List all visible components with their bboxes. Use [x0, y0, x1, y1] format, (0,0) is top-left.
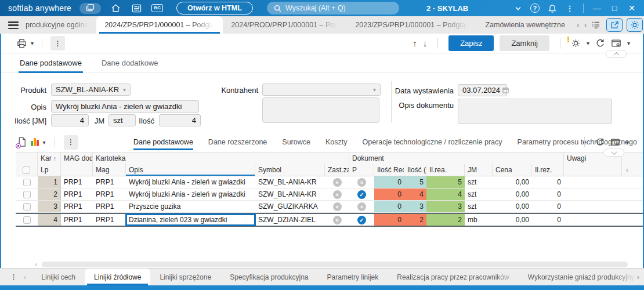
grid-tab-dane-podstawowe[interactable]: Dane podstawowe — [133, 132, 193, 152]
close-document-button[interactable]: Zamknij — [500, 35, 549, 51]
help-button[interactable]: ? — [527, 1, 542, 15]
bottom-scroll-left-icon[interactable]: ‹ — [24, 269, 26, 285]
scrollbar-track[interactable] — [42, 262, 628, 267]
cell-zast-za[interactable]: × — [325, 188, 349, 200]
document-info-button[interactable] — [17, 137, 27, 147]
tab-2024-prod[interactable]: 2024/PROD/PRP1/000001 – Podgląd — [223, 16, 347, 34]
kontrahent-details-area[interactable] — [262, 97, 379, 123]
opis-input[interactable]: Wykrój bluzki Ania - zieleń w gwiazdki — [51, 100, 199, 113]
ilosc-input[interactable]: 4 — [159, 114, 201, 126]
form-tab-dane-dodatkowe[interactable]: Dane dodatkowe — [102, 53, 158, 73]
column-header-lp[interactable]: Lp — [38, 164, 61, 176]
print-options-chevron-icon[interactable]: ▾ — [31, 40, 34, 46]
table-row-selected[interactable]: 4 PRP1 PRP1 Dzianina, zieleń 023 w gwiaz… — [16, 213, 643, 227]
column-header-jm[interactable]: JM — [465, 164, 493, 176]
tab-scroll-left-icon[interactable]: ‹ — [577, 20, 580, 30]
form-tab-dane-podstawowe[interactable]: Dane podstawowe — [20, 53, 82, 73]
cell-p[interactable]: ✓ — [349, 188, 374, 200]
row-checkbox[interactable] — [23, 203, 31, 211]
row-checkbox[interactable] — [23, 179, 31, 186]
grid-tab-koszty[interactable]: Koszty — [325, 132, 348, 152]
company-selector[interactable]: 2 - SKYLAB — [426, 0, 521, 16]
bottom-tab-wykorzystanie-gniazd[interactable]: Wykorzystanie gniazd produkcyjnych (dla … — [519, 269, 636, 285]
cell-p[interactable]: × — [349, 201, 374, 212]
column-header-ilosc-be[interactable]: Ilość (be — [404, 164, 426, 176]
grid-more-button[interactable]: ⋮ — [64, 135, 78, 150]
column-header-mag[interactable]: Mag — [93, 164, 126, 176]
tab-produkcyjne-ogolne[interactable]: produkcyjne ogólne — [26, 16, 96, 34]
table-row[interactable]: 1 PRP1 PRP1 Wykrój bluzki Ania - zieleń … — [16, 176, 643, 188]
select-all-checkbox[interactable] — [23, 166, 30, 174]
table-row[interactable]: 2 PRP1 PRP1 Wykrój bluzki Ania - zieleń … — [16, 188, 643, 201]
column-group-kartoteka[interactable]: Kartoteka — [93, 153, 349, 164]
bottom-scroll-right-icon[interactable]: › — [637, 269, 639, 285]
tab-zamowienia-wewnetrzne[interactable]: Zamówienia wewnętrzne — [477, 16, 573, 34]
row-checkbox[interactable] — [23, 216, 31, 224]
bottom-tab-parametry-linijek[interactable]: Parametry linijek — [318, 269, 388, 285]
column-header-il-rea[interactable]: Il.rea. — [426, 164, 465, 176]
cell-zast-za[interactable]: × — [325, 176, 349, 188]
column-header-il-rez[interactable]: Il.rez. — [532, 164, 564, 176]
scroll-left-icon[interactable]: ‹ — [35, 260, 37, 269]
bottom-tab-linijki-sprzezone[interactable]: Linijki sprzężone — [150, 269, 220, 285]
cell-zast-za[interactable]: × — [325, 201, 349, 212]
column-header-p[interactable]: P — [349, 164, 374, 176]
cell-opis[interactable]: Wykrój bluzki Ania - zieleń w gwiazdki — [126, 188, 255, 200]
theme-button[interactable] — [627, 18, 643, 32]
global-search[interactable] — [267, 2, 399, 14]
opis-dokumentu-textarea[interactable] — [458, 99, 612, 124]
cell-p[interactable]: × — [349, 176, 374, 188]
news-button[interactable] — [130, 2, 143, 14]
grid-tab-surowce[interactable]: Surowce — [282, 132, 310, 152]
column-header-symbol[interactable]: Symbol — [255, 164, 325, 176]
share-button[interactable] — [606, 18, 623, 32]
grid-columns-chevron-icon[interactable]: ▾ — [626, 139, 629, 146]
bottom-tab-specyfikacja[interactable]: Specyfikacja produkcyjna — [220, 269, 317, 285]
ilosc-jm-input[interactable]: 4 — [51, 114, 89, 126]
grid-columns-button[interactable] — [610, 138, 620, 147]
notifications-button[interactable] — [545, 1, 560, 15]
titlebar-more-button[interactable]: ⋮ — [562, 1, 577, 15]
row-checkbox[interactable] — [23, 191, 31, 198]
column-header-mag-dod[interactable]: MAG dod — [61, 153, 93, 164]
open-in-html-button[interactable]: Otwórz w HTML — [176, 2, 253, 14]
tab-scroll-right-icon[interactable]: › — [584, 20, 587, 30]
column-header-ilosc-rec[interactable]: Ilość Rec — [374, 164, 404, 176]
bottom-more-button[interactable]: ⋮ — [10, 269, 17, 285]
grid-settings-chevron-icon[interactable]: ▾ — [627, 40, 630, 46]
kontrahent-select[interactable]: ▾ — [262, 84, 381, 96]
column-group-dokument[interactable]: Dokument — [349, 153, 564, 164]
refresh-button[interactable] — [595, 38, 605, 48]
settings-warning-button[interactable]: ! — [571, 38, 581, 48]
tab-2024-zps[interactable]: 2024/ZPS/PRP1/000001 – Podgląd – S — [96, 16, 223, 34]
tab-list-icon[interactable] — [591, 21, 600, 30]
move-up-button[interactable]: ↑ — [413, 38, 417, 48]
print-button[interactable] — [16, 38, 27, 49]
workspaces-button[interactable] — [79, 3, 101, 14]
chart-icon[interactable] — [31, 138, 39, 146]
collapse-panel-icon[interactable]: ‹ — [626, 166, 628, 174]
toolbar-more-button[interactable]: ⋮ — [50, 36, 65, 50]
grid-settings-button[interactable] — [611, 39, 621, 48]
column-header-kar[interactable]: Kar↑ — [38, 153, 61, 164]
column-header-cena[interactable]: Cena — [493, 164, 532, 176]
search-input[interactable] — [285, 4, 384, 12]
settings-chevron-icon[interactable]: ▾ — [587, 40, 589, 46]
cell-opis[interactable]: Wykrój bluzki Ania - zieleń w gwiazdki — [126, 176, 255, 188]
grid-tab-operacje[interactable]: Operacje technologiczne / rozliczenie pr… — [362, 132, 502, 152]
maximize-button[interactable]: □ — [607, 1, 622, 15]
tab-2023-zps[interactable]: 2023/ZPS/PRP1/000001 – Podgląd – S — [347, 16, 477, 34]
column-header-zast-za[interactable]: Zast.za — [325, 164, 349, 176]
cell-opis-focused[interactable]: Dzianina, zieleń 023 w gwiazdki — [126, 214, 255, 226]
close-button[interactable]: ✕ — [624, 1, 639, 15]
home-button[interactable] — [109, 2, 122, 14]
bc-button[interactable]: BC — [151, 2, 164, 14]
cell-opis[interactable]: Przyszcie guzika — [126, 201, 255, 212]
produkt-select[interactable]: SZW_BL-ANIA-KR ▾ — [51, 84, 131, 96]
data-wystawienia-input[interactable]: 03.07.2024 — [458, 84, 507, 96]
bottom-tab-linijki-cech[interactable]: Linijki cech — [32, 269, 85, 285]
collapse-header-button[interactable] — [606, 50, 627, 58]
chart-chevron-icon[interactable]: ▾ — [43, 139, 46, 146]
cell-zast-za[interactable]: × — [325, 214, 349, 226]
jm-input[interactable]: szt — [108, 114, 136, 126]
